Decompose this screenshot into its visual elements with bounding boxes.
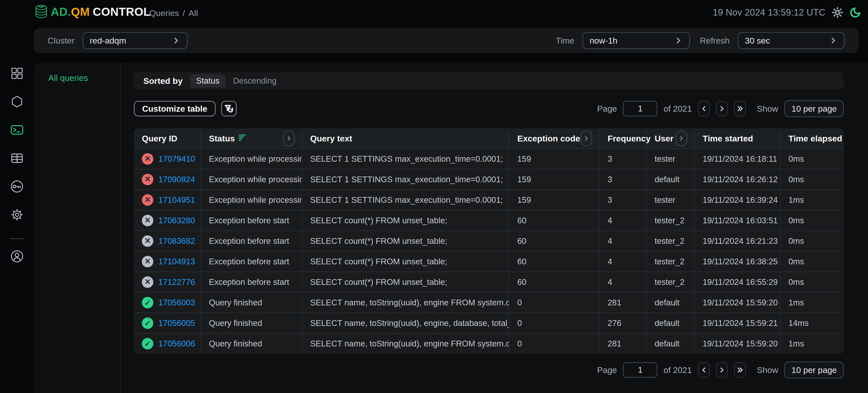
cell-frequency: 4 bbox=[599, 211, 647, 231]
prev-page-button[interactable] bbox=[698, 101, 710, 116]
page-size-select[interactable]: 10 per page bbox=[784, 361, 844, 379]
cell-query-id: 17122776 bbox=[134, 272, 201, 292]
light-theme-button[interactable] bbox=[832, 7, 843, 18]
sidebar-item-dashboard[interactable] bbox=[10, 66, 24, 81]
top-header: AD.QMCONTROL Queries / All 19 Nov 2024 1… bbox=[0, 0, 868, 25]
table-row: 17056005 Query finished SELECT name, toS… bbox=[134, 313, 844, 333]
col-time-started[interactable]: Time started bbox=[695, 128, 780, 148]
cell-time-started: 19/11/2024 15:59:21 bbox=[695, 313, 780, 333]
col-query-text[interactable]: Query text bbox=[302, 128, 509, 148]
sun-icon bbox=[832, 7, 843, 18]
hexagon-icon bbox=[10, 94, 24, 109]
dark-theme-button[interactable] bbox=[849, 7, 861, 18]
cell-status: Exception before start bbox=[201, 231, 302, 251]
sort-field-chip[interactable]: Status bbox=[190, 74, 226, 88]
table-row: 17104951 Exception while processing SELE… bbox=[134, 189, 844, 210]
query-id-link[interactable]: 17079410 bbox=[158, 154, 195, 164]
cell-user: default bbox=[647, 334, 695, 354]
col-query-id[interactable]: Query ID bbox=[134, 128, 201, 148]
breadcrumb-page[interactable]: All bbox=[189, 8, 198, 18]
table-row: 17104913 Exception before start SELECT c… bbox=[134, 251, 844, 272]
query-id-link[interactable]: 17122776 bbox=[158, 277, 195, 287]
status-filter-button[interactable] bbox=[283, 130, 295, 146]
sidebar-item-access[interactable] bbox=[10, 179, 24, 194]
sidebar-item-tables[interactable] bbox=[10, 151, 24, 165]
next-page-button[interactable] bbox=[716, 101, 728, 116]
cell-time-elapsed: 0ms bbox=[780, 251, 844, 272]
last-page-button[interactable] bbox=[734, 101, 746, 116]
filter-reset-button[interactable] bbox=[221, 101, 237, 116]
query-id-link[interactable]: 17056005 bbox=[158, 319, 195, 328]
cell-status: Exception before start bbox=[201, 272, 302, 292]
cell-query-id: 17104913 bbox=[134, 251, 201, 272]
refresh-select[interactable]: 30 sec bbox=[738, 32, 845, 49]
cell-query-id: 17090824 bbox=[134, 170, 201, 189]
sidebar-item-settings[interactable] bbox=[10, 208, 24, 222]
table-toolbar: Customize table Page of 2021 Show 10 per… bbox=[134, 101, 844, 117]
col-user[interactable]: User bbox=[647, 128, 695, 148]
cell-query-text: SELECT 1 SETTINGS max_execution_time=0.0… bbox=[302, 190, 509, 210]
cell-user: default bbox=[647, 313, 695, 333]
cell-time-elapsed: 0ms bbox=[780, 149, 844, 169]
page-number-input[interactable] bbox=[623, 362, 657, 378]
cell-exception-code: 60 bbox=[509, 231, 599, 251]
cell-query-id: 17079410 bbox=[134, 149, 201, 169]
sort-bar: Sorted by Status Descending bbox=[134, 72, 844, 90]
cell-exception-code: 159 bbox=[509, 190, 599, 210]
query-id-link[interactable]: 17090824 bbox=[158, 175, 195, 184]
table-icon bbox=[10, 151, 24, 165]
col-exception-code[interactable]: Exception code bbox=[509, 128, 599, 148]
page-number-input[interactable] bbox=[623, 101, 657, 116]
breadcrumb-separator: / bbox=[183, 8, 185, 18]
breadcrumb-section[interactable]: Queries bbox=[149, 8, 179, 18]
cell-query-text: SELECT count(*) FROM unset_table; bbox=[302, 211, 509, 231]
last-page-button[interactable] bbox=[734, 362, 746, 378]
customize-table-button[interactable]: Customize table bbox=[134, 101, 216, 116]
prev-page-button[interactable] bbox=[698, 362, 710, 378]
col-time-elapsed[interactable]: Time elapsed bbox=[780, 128, 844, 148]
cell-user: tester_2 bbox=[647, 211, 695, 231]
cell-status: Query finished bbox=[201, 313, 302, 333]
sidebar-item-nodes[interactable] bbox=[10, 94, 24, 109]
sidebar-item-queries[interactable] bbox=[10, 123, 24, 137]
subnav-all-queries[interactable]: All queries bbox=[48, 73, 88, 83]
next-page-button[interactable] bbox=[716, 362, 728, 378]
cell-status: Exception while processing bbox=[201, 149, 302, 169]
cluster-select[interactable]: red-adqm bbox=[83, 32, 188, 49]
cell-frequency: 281 bbox=[599, 334, 647, 354]
status-icon bbox=[142, 276, 153, 288]
query-id-link[interactable]: 17056006 bbox=[158, 339, 195, 349]
content-panel: All queries Sorted by Status Descending … bbox=[34, 63, 868, 393]
col-frequency[interactable]: Frequency bbox=[599, 128, 647, 148]
time-select[interactable]: now-1h bbox=[582, 32, 690, 49]
col-status[interactable]: Status bbox=[201, 128, 302, 148]
cell-query-id: 17104951 bbox=[134, 190, 201, 210]
query-id-link[interactable]: 17104913 bbox=[158, 257, 195, 266]
cell-user: default bbox=[647, 170, 695, 189]
exception-code-filter-button[interactable] bbox=[581, 130, 592, 146]
cell-time-elapsed: 1ms bbox=[780, 334, 844, 354]
cell-exception-code: 0 bbox=[509, 313, 599, 333]
page-size-select[interactable]: 10 per page bbox=[784, 100, 844, 117]
sidebar-item-account[interactable] bbox=[10, 249, 24, 264]
cell-status: Exception before start bbox=[201, 251, 302, 272]
header-right: 19 Nov 2024 13:59:12 UTC bbox=[713, 0, 861, 25]
terminal-icon bbox=[10, 123, 24, 137]
subnav-divider bbox=[120, 63, 121, 393]
table-footer: Page of 2021 Show 10 per page bbox=[134, 362, 844, 378]
chevron-right-icon bbox=[172, 36, 180, 45]
sort-direction[interactable]: Descending bbox=[233, 76, 276, 86]
logo-database-icon bbox=[33, 4, 49, 20]
query-id-link[interactable]: 17063280 bbox=[158, 216, 195, 225]
query-id-link[interactable]: 17083682 bbox=[158, 236, 195, 246]
cell-time-elapsed: 1ms bbox=[780, 293, 844, 313]
user-filter-button[interactable] bbox=[676, 130, 687, 146]
pagination-top: Page of 2021 Show 10 per page bbox=[597, 100, 844, 117]
cell-time-started: 19/11/2024 16:26:12 bbox=[695, 170, 780, 189]
status-icon bbox=[142, 215, 153, 226]
table-row: 17056003 Query finished SELECT name, toS… bbox=[134, 292, 844, 313]
chevron-right-icon bbox=[718, 105, 726, 112]
cell-time-started: 19/11/2024 15:59:20 bbox=[695, 293, 780, 313]
query-id-link[interactable]: 17056003 bbox=[158, 298, 195, 307]
query-id-link[interactable]: 17104951 bbox=[158, 195, 195, 205]
